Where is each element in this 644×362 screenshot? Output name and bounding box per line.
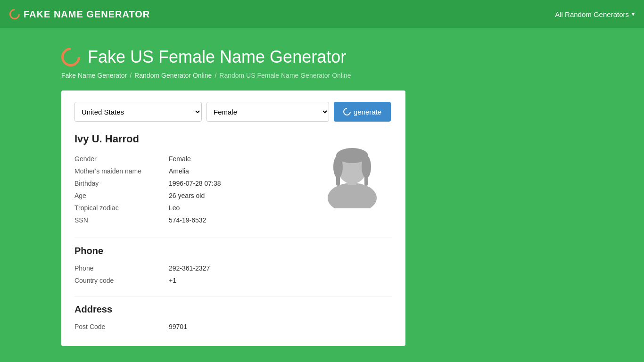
person-field-value: 26 years old	[169, 189, 312, 202]
person-info-row: Tropical zodiac Leo	[74, 202, 312, 214]
breadcrumb-sep-2: /	[215, 72, 216, 79]
person-info-row: Mother's maiden name Amelia	[74, 165, 312, 177]
breadcrumb-current: Random US Female Name Generator Online	[219, 72, 351, 79]
country-select[interactable]: United States United Kingdom Canada Aust…	[74, 102, 202, 122]
person-info-row: Birthday 1996-07-28 07:38	[74, 177, 312, 189]
person-field-value: Female	[169, 153, 312, 165]
logo-refresh-icon	[7, 7, 22, 21]
phone-field-label: Phone	[74, 262, 169, 274]
generate-button[interactable]: generate	[334, 102, 391, 122]
breadcrumb-sep-1: /	[130, 72, 132, 79]
nav-label: All Random Generators	[555, 10, 629, 18]
address-info-table: Post Code 99701	[74, 321, 392, 333]
gender-select[interactable]: Female Male	[206, 102, 329, 122]
generate-label: generate	[354, 108, 381, 116]
person-field-label: Tropical zodiac	[74, 202, 169, 214]
page-title-refresh-icon	[58, 44, 84, 71]
avatar-icon	[314, 133, 390, 208]
address-section-header: Address	[74, 296, 392, 315]
phone-info-row: Phone 292-361-2327	[74, 262, 392, 274]
controls-row: United States United Kingdom Canada Aust…	[74, 102, 392, 122]
main-card: United States United Kingdom Canada Aust…	[61, 90, 405, 346]
person-field-label: Age	[74, 189, 169, 202]
person-info-row: Age 26 years old	[74, 189, 312, 202]
person-field-value: Amelia	[169, 165, 312, 177]
logo[interactable]: FAKE NAME GENERATOR	[9, 9, 150, 20]
phone-field-value: +1	[169, 274, 392, 287]
person-field-value: 574-19-6532	[169, 214, 312, 226]
dropdown-arrow-icon: ▾	[632, 11, 635, 17]
avatar-container	[312, 133, 392, 208]
person-field-label: SSN	[74, 214, 169, 226]
person-info: Ivy U. Harrod Gender Female Mother's mai…	[74, 133, 312, 226]
phone-info-row: Country code +1	[74, 274, 392, 287]
breadcrumb-link-2[interactable]: Random Generator Online	[134, 72, 212, 79]
logo-text: FAKE NAME GENERATOR	[24, 9, 150, 20]
phone-field-label: Country code	[74, 274, 169, 287]
person-info-table: Gender Female Mother's maiden name Ameli…	[74, 153, 312, 226]
address-field-label: Post Code	[74, 321, 169, 333]
breadcrumb: Fake Name Generator / Random Generator O…	[61, 72, 583, 79]
person-field-value: 1996-07-28 07:38	[169, 177, 312, 189]
breadcrumb-link-1[interactable]: Fake Name Generator	[61, 72, 127, 79]
phone-section-header: Phone	[74, 238, 392, 256]
person-field-label: Birthday	[74, 177, 169, 189]
person-info-row: SSN 574-19-6532	[74, 214, 312, 226]
svg-rect-5	[336, 172, 340, 186]
address-field-value: 99701	[169, 321, 392, 333]
page-title: Fake US Female Name Generator	[88, 47, 346, 67]
page-title-row: Fake US Female Name Generator	[61, 47, 583, 67]
person-section: Ivy U. Harrod Gender Female Mother's mai…	[74, 133, 392, 226]
generate-refresh-icon	[342, 107, 353, 117]
main-content: Fake US Female Name Generator Fake Name …	[0, 28, 644, 362]
person-name: Ivy U. Harrod	[74, 133, 312, 145]
all-random-generators-nav[interactable]: All Random Generators ▾	[555, 10, 635, 18]
address-info-row: Post Code 99701	[74, 321, 392, 333]
phone-field-value: 292-361-2327	[169, 262, 392, 274]
person-info-row: Gender Female	[74, 153, 312, 165]
person-field-value: Leo	[169, 202, 312, 214]
person-field-label: Gender	[74, 153, 169, 165]
svg-rect-6	[364, 172, 368, 186]
header: FAKE NAME GENERATOR All Random Generator…	[0, 0, 644, 28]
person-field-label: Mother's maiden name	[74, 165, 169, 177]
phone-info-table: Phone 292-361-2327 Country code +1	[74, 262, 392, 287]
